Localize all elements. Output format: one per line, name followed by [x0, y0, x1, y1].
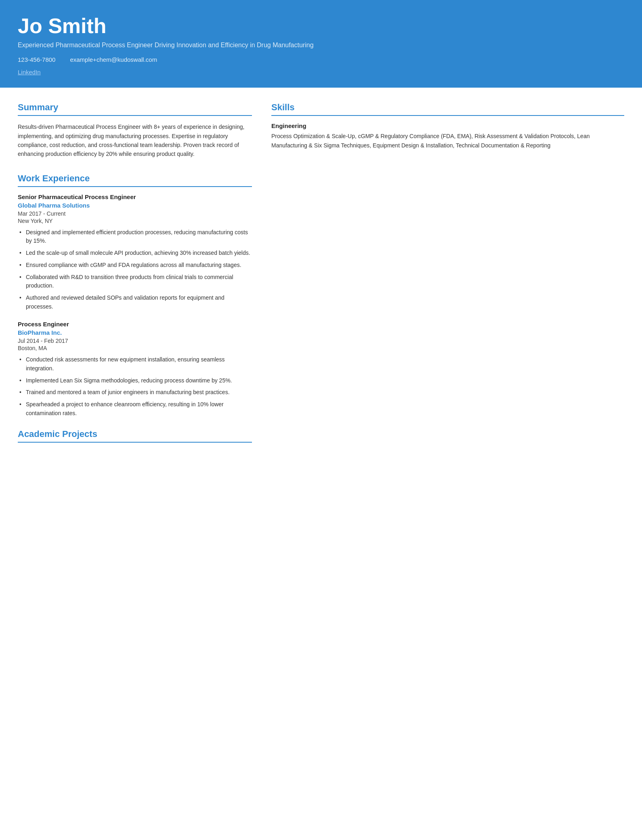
bullet-item: Collaborated with R&D to transition thre… [18, 273, 252, 290]
job-location-1: New York, NY [18, 218, 252, 224]
linkedin-link-container: LinkedIn [18, 69, 624, 76]
company-name-2: BioPharma Inc. [18, 329, 252, 336]
skills-section: Skills Engineering Process Optimization … [271, 102, 624, 150]
academic-divider [18, 442, 252, 443]
bullet-item: Ensured compliance with cGMP and FDA reg… [18, 261, 252, 270]
job-dates-2: Jul 2014 - Feb 2017 [18, 338, 252, 344]
summary-divider [18, 115, 252, 116]
company-name-1: Global Pharma Solutions [18, 202, 252, 209]
bullet-item: Authored and reviewed detailed SOPs and … [18, 294, 252, 311]
job-bullets-2: Conducted risk assessments for new equip… [18, 355, 252, 418]
right-column: Skills Engineering Process Optimization … [271, 102, 624, 449]
bullet-item: Conducted risk assessments for new equip… [18, 355, 252, 373]
work-divider [18, 186, 252, 187]
bullet-item: Led the scale-up of small molecule API p… [18, 249, 252, 258]
job-block-2: Process Engineer BioPharma Inc. Jul 2014… [18, 321, 252, 418]
skill-category-engineering: Engineering [271, 122, 624, 129]
summary-section: Summary Results-driven Pharmaceutical Pr… [18, 102, 252, 159]
summary-text: Results-driven Pharmaceutical Process En… [18, 122, 252, 159]
skill-text-engineering: Process Optimization & Scale-Up, cGMP & … [271, 132, 624, 150]
phone-number: 123-456-7800 [18, 56, 55, 63]
bullet-item: Spearheaded a project to enhance cleanro… [18, 400, 252, 418]
skills-heading: Skills [271, 102, 624, 113]
linkedin-link[interactable]: LinkedIn [18, 69, 41, 76]
job-bullets-1: Designed and implemented efficient produ… [18, 228, 252, 311]
main-content: Summary Results-driven Pharmaceutical Pr… [0, 88, 642, 464]
bullet-item: Designed and implemented efficient produ… [18, 228, 252, 246]
academic-projects-section: Academic Projects [18, 429, 252, 443]
resume-header: Jo Smith Experienced Pharmaceutical Proc… [0, 0, 642, 88]
job-title-1: Senior Pharmaceutical Process Engineer [18, 193, 252, 200]
bullet-item: Trained and mentored a team of junior en… [18, 388, 252, 397]
email-address: example+chem@kudoswall.com [70, 56, 157, 63]
work-experience-section: Work Experience Senior Pharmaceutical Pr… [18, 173, 252, 418]
bullet-item: Implemented Lean Six Sigma methodologies… [18, 376, 252, 385]
work-experience-heading: Work Experience [18, 173, 252, 184]
candidate-name: Jo Smith [18, 15, 624, 38]
job-title-2: Process Engineer [18, 321, 252, 328]
academic-heading: Academic Projects [18, 429, 252, 439]
job-location-2: Boston, MA [18, 345, 252, 351]
candidate-tagline: Experienced Pharmaceutical Process Engin… [18, 42, 624, 49]
job-block-1: Senior Pharmaceutical Process Engineer G… [18, 193, 252, 311]
summary-heading: Summary [18, 102, 252, 113]
contact-info: 123-456-7800 example+chem@kudoswall.com [18, 56, 624, 63]
skills-divider [271, 115, 624, 116]
left-column: Summary Results-driven Pharmaceutical Pr… [18, 102, 252, 449]
job-dates-1: Mar 2017 - Current [18, 210, 252, 217]
